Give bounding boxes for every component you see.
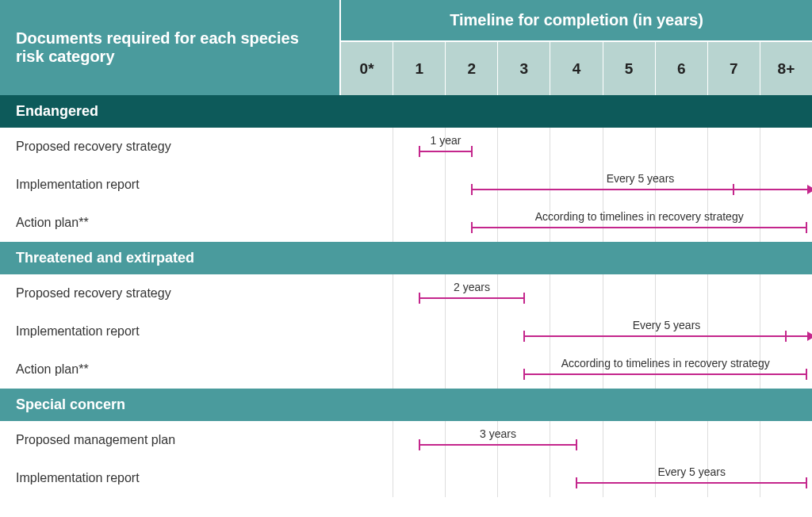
year-columns: 0*12345678+ [341, 42, 812, 95]
section-rows: Proposed recovery strategyImplementation… [0, 274, 812, 389]
bar-tick [733, 184, 734, 195]
bar-label: 3 years [480, 427, 516, 440]
row-label: Implementation report [0, 471, 341, 485]
year-col-5: 5 [603, 42, 656, 95]
bar-label: Every 5 years [633, 319, 701, 331]
bar-label: 1 year [431, 134, 462, 147]
bar-cap-right [806, 477, 807, 488]
bar-cap-left [419, 146, 420, 157]
bar-cap-left [576, 477, 577, 488]
section-rows: Proposed management planImplementation r… [0, 421, 812, 497]
row-label: Proposed management plan [0, 433, 341, 447]
year-col-4: 4 [550, 42, 603, 95]
bar-label: According to timelines in recovery strat… [535, 210, 744, 223]
header-right: Timeline for completion (in years) 0*123… [341, 0, 812, 95]
bar-cap-right [806, 222, 807, 233]
row-label: Action plan** [0, 362, 341, 377]
timeline-title: Timeline for completion (in years) [341, 0, 812, 42]
bar-cap-right [806, 369, 807, 380]
timeline-bar [419, 444, 576, 446]
bar-cap-left [471, 184, 473, 195]
bar-cap-left [523, 369, 525, 380]
timeline-bar [419, 297, 524, 299]
bar-cap-right [471, 146, 473, 157]
bar-cap-right [576, 439, 577, 450]
bar-cap-right [523, 293, 525, 304]
timeline-overlay: 1 yearEvery 5 yearsAccording to timeline… [341, 128, 812, 242]
section-header: Threatened and extirpated [0, 242, 812, 274]
year-col-2: 2 [446, 42, 498, 95]
timeline-bar [419, 151, 472, 152]
section-rows: Proposed recovery strategyImplementation… [0, 128, 812, 242]
bar-cap-left [419, 293, 420, 304]
timeline-bar [472, 227, 806, 228]
bar-cap-left [419, 439, 420, 450]
row-label: Proposed recovery strategy [0, 140, 341, 154]
timeline-bar [524, 373, 806, 375]
arrow-right-icon [807, 331, 812, 341]
timeline-bar [524, 335, 809, 337]
arrow-right-icon [807, 185, 812, 194]
year-col-0: 0* [341, 42, 393, 95]
section-header: Special concern [0, 389, 812, 421]
bar-label: Every 5 years [657, 465, 726, 478]
header-left-title: Documents required for each species risk… [0, 0, 341, 95]
bar-label: 2 years [454, 281, 490, 293]
year-col-1: 1 [393, 42, 446, 95]
timeline-overlay: 2 yearsEvery 5 yearsAccording to timelin… [341, 274, 812, 389]
year-col-8: 8+ [760, 42, 812, 95]
table-header: Documents required for each species risk… [0, 0, 812, 95]
bar-label: According to timelines in recovery strat… [561, 357, 770, 370]
timeline-bar [472, 189, 809, 190]
bar-tick [785, 331, 787, 342]
bar-label: Every 5 years [607, 172, 675, 185]
bar-cap-left [471, 222, 473, 233]
bar-cap-left [523, 331, 525, 342]
row-label: Action plan** [0, 216, 341, 230]
timeline-bar [576, 482, 806, 484]
sections-container: EndangeredProposed recovery strategyImpl… [0, 95, 812, 497]
year-col-6: 6 [656, 42, 708, 95]
timeline-overlay: 3 yearsEvery 5 years [341, 421, 812, 497]
year-col-3: 3 [498, 42, 550, 95]
row-label: Implementation report [0, 178, 341, 192]
row-label: Implementation report [0, 324, 341, 339]
row-label: Proposed recovery strategy [0, 286, 341, 301]
year-col-7: 7 [708, 42, 760, 95]
section-header: Endangered [0, 95, 812, 128]
